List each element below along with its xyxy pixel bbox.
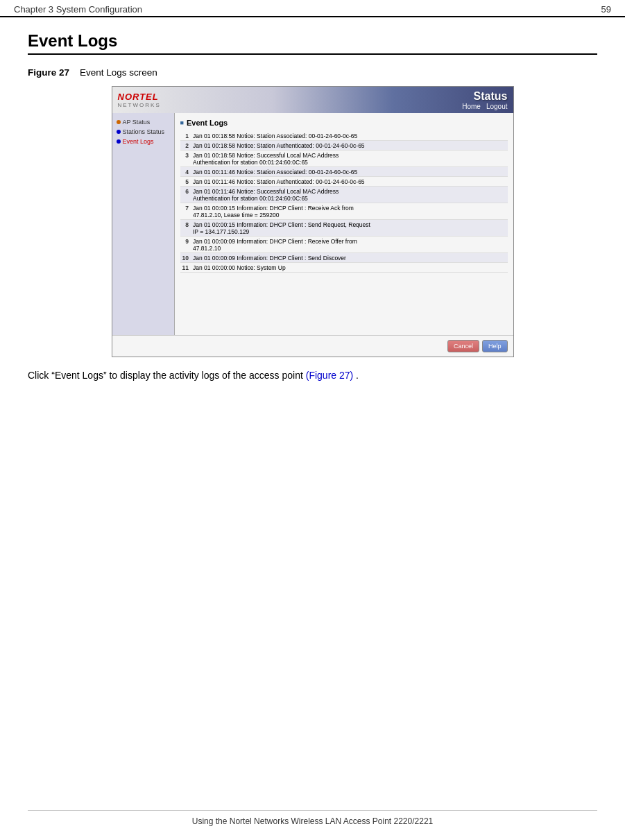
footer-text: Using the Nortel Networks Wireless LAN A… <box>192 816 434 826</box>
figure-label: Figure 27 <box>28 67 69 78</box>
main-content: Event Logs Figure 27 Event Logs screen N… <box>0 17 625 395</box>
log-row-text: Jan 01 00:00:09 Information: DHCP Client… <box>191 237 508 253</box>
logout-link[interactable]: Logout <box>486 103 508 110</box>
log-row-number: 11 <box>180 263 191 273</box>
log-row-text: Jan 01 00:18:58 Notice: Successful Local… <box>191 151 508 167</box>
log-row: 7Jan 01 00:00:15 Information: DHCP Clien… <box>180 203 508 220</box>
description-text-after: . <box>356 370 359 381</box>
screenshot-main-panel: Event Logs 1Jan 01 00:18:58 Notice: Stat… <box>175 113 513 335</box>
chapter-title: Chapter 3 System Configuration <box>14 4 142 15</box>
nortel-logo: NORTEL NETWORKS <box>118 92 161 108</box>
log-row: 11Jan 01 00:00:00 Notice: System Up <box>180 263 508 273</box>
sidebar-item-stations-status[interactable]: Stations Status <box>117 128 170 135</box>
log-row: 8Jan 01 00:00:15 Information: DHCP Clien… <box>180 220 508 237</box>
screenshot-header: NORTEL NETWORKS Status Home Logout <box>112 87 513 113</box>
log-row-number: 6 <box>180 187 191 203</box>
log-row-number: 9 <box>180 237 191 253</box>
page-number: 59 <box>601 4 611 15</box>
event-logs-dot <box>117 139 121 144</box>
sidebar-item-event-logs[interactable]: Event Logs <box>117 138 170 145</box>
log-row: 10Jan 01 00:00:09 Information: DHCP Clie… <box>180 253 508 263</box>
log-row-number: 5 <box>180 177 191 187</box>
chapter-bar: Chapter 3 System Configuration 59 <box>0 0 625 17</box>
help-button[interactable]: Help <box>482 340 508 352</box>
figure-27-link[interactable]: (Figure 27) <box>306 370 353 381</box>
log-row-text: Jan 01 00:18:58 Notice: Station Authenti… <box>191 141 508 151</box>
log-table: 1Jan 01 00:18:58 Notice: Station Associa… <box>180 131 508 273</box>
header-right: Status Home Logout <box>462 90 507 110</box>
screenshot-container: NORTEL NETWORKS Status Home Logout AP St… <box>112 86 514 357</box>
log-row-number: 2 <box>180 141 191 151</box>
sidebar-item-ap-status[interactable]: AP Status <box>117 119 170 126</box>
event-logs-heading: Event Logs <box>187 119 228 127</box>
log-row-text: Jan 01 00:11:46 Notice: Successful Local… <box>191 187 508 203</box>
page-footer: Using the Nortel Networks Wireless LAN A… <box>28 810 597 826</box>
event-logs-section-header: Event Logs <box>180 119 508 127</box>
screenshot-body: AP Status Stations Status Event Logs Eve… <box>112 113 513 335</box>
description-paragraph: Click “Event Logs” to display the activi… <box>28 370 597 381</box>
screenshot-footer: Cancel Help <box>112 335 513 357</box>
stations-status-label: Stations Status <box>123 128 165 135</box>
home-link[interactable]: Home <box>462 103 481 110</box>
nortel-networks-text: NETWORKS <box>118 102 161 108</box>
figure-caption: Figure 27 Event Logs screen <box>28 67 597 78</box>
event-logs-sidebar-label: Event Logs <box>123 138 154 145</box>
log-row-text: Jan 01 00:00:09 Information: DHCP Client… <box>191 253 508 263</box>
log-row: 2Jan 01 00:18:58 Notice: Station Authent… <box>180 141 508 151</box>
ap-status-dot <box>117 120 121 124</box>
cancel-button[interactable]: Cancel <box>447 340 479 352</box>
log-row: 3Jan 01 00:18:58 Notice: Successful Loca… <box>180 151 508 167</box>
log-row-text: Jan 01 00:00:00 Notice: System Up <box>191 263 508 273</box>
nav-links: Home Logout <box>462 103 507 110</box>
log-row-number: 1 <box>180 131 191 141</box>
sidebar: AP Status Stations Status Event Logs <box>112 113 175 335</box>
description-text-before: Click “Event Logs” to display the activi… <box>28 370 303 381</box>
ap-status-label: AP Status <box>123 119 151 126</box>
log-row-number: 8 <box>180 220 191 237</box>
log-row-number: 10 <box>180 253 191 263</box>
log-row-text: Jan 01 00:11:46 Notice: Station Associat… <box>191 167 508 177</box>
log-row: 9Jan 01 00:00:09 Information: DHCP Clien… <box>180 237 508 253</box>
log-row-text: Jan 01 00:00:15 Information: DHCP Client… <box>191 203 508 220</box>
log-row-number: 4 <box>180 167 191 177</box>
log-row: 4Jan 01 00:11:46 Notice: Station Associa… <box>180 167 508 177</box>
log-row: 1Jan 01 00:18:58 Notice: Station Associa… <box>180 131 508 141</box>
figure-title: Event Logs screen <box>80 67 157 78</box>
stations-status-dot <box>117 130 121 134</box>
log-row-number: 7 <box>180 203 191 220</box>
log-row-text: Jan 01 00:11:46 Notice: Station Authenti… <box>191 177 508 187</box>
log-row-number: 3 <box>180 151 191 167</box>
status-label: Status <box>474 90 508 103</box>
section-title: Event Logs <box>28 31 597 55</box>
log-row-text: Jan 01 00:18:58 Notice: Station Associat… <box>191 131 508 141</box>
log-row: 6Jan 01 00:11:46 Notice: Successful Loca… <box>180 187 508 203</box>
log-row-text: Jan 01 00:00:15 Information: DHCP Client… <box>191 220 508 237</box>
nortel-logo-text: NORTEL <box>118 92 159 102</box>
log-row: 5Jan 01 00:11:46 Notice: Station Authent… <box>180 177 508 187</box>
